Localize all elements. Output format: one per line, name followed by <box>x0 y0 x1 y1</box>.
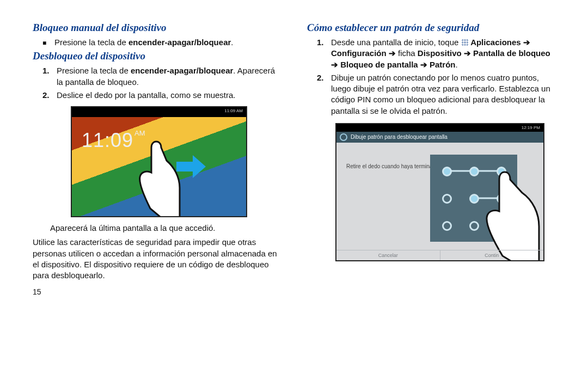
svg-marker-0 <box>176 155 206 178</box>
step-2: 2. Deslice el dedo por la pantalla, como… <box>42 90 281 101</box>
text: . <box>456 60 458 69</box>
pattern-dot <box>442 221 452 231</box>
bullet-marker: ■ <box>42 37 50 48</box>
step-number: 2. <box>42 90 52 101</box>
title-bar-text: Dibuje patrón para desbloquear pantalla <box>351 134 448 140</box>
step-text: Desde una pantalla de inicio, toque Apli… <box>331 37 555 70</box>
button-bar: Cancelar Contin <box>336 250 543 260</box>
clock-time: 11:09 <box>82 129 133 151</box>
text: . <box>231 38 233 47</box>
left-column: Bloqueo manual del dispositivo ■ Presion… <box>33 22 281 296</box>
page-number: 15 <box>33 287 281 296</box>
pattern-dot <box>442 167 452 176</box>
step-text: Dibuje un patrón conectando por lo menos… <box>331 72 555 117</box>
hand-icon <box>483 169 540 261</box>
heading-pattern: Cómo establecer un patrón de seguridad <box>307 22 555 34</box>
step-text: Presione la tecla de encender-apagar/blo… <box>57 65 281 88</box>
text-bold: encender-apagar/bloquear <box>131 66 233 75</box>
cancel-button: Cancelar <box>336 250 440 260</box>
paragraph: Utilice las características de seguridad… <box>33 237 281 281</box>
apps-grid-icon <box>461 39 469 46</box>
text: Presione la tecla de <box>57 66 131 75</box>
hand-icon <box>132 139 181 217</box>
title-bar: Dibuje patrón para desbloquear pantalla <box>336 132 543 143</box>
status-bar: 12:19 PM <box>336 124 543 132</box>
page-columns: Bloqueo manual del dispositivo ■ Presion… <box>33 22 555 296</box>
step-2: 2. Dibuje un patrón conectando por lo me… <box>317 72 555 117</box>
figure-lockscreen: 11:09 AM 11:09AM <box>71 106 247 217</box>
hint-text: Retire el dedo cuando haya terminado <box>346 163 439 169</box>
pattern-dot <box>469 221 479 231</box>
swipe-arrow-icon <box>176 155 206 178</box>
status-bar-time: 11:09 AM <box>224 108 243 113</box>
step-1: 1. Desde una pantalla de inicio, toque A… <box>317 37 555 70</box>
heading-unlock: Desbloqueo del dispositivo <box>33 50 281 62</box>
step-number: 1. <box>42 65 52 88</box>
step-text: Deslice el dedo por la pantalla, como se… <box>57 90 236 101</box>
step-number: 2. <box>317 72 327 117</box>
text: Presione la tecla de <box>54 38 128 47</box>
text: ficha <box>398 48 418 58</box>
clock-ampm: AM <box>134 129 145 137</box>
text-bold: encender-apagar/bloquear <box>128 38 231 47</box>
right-column: Cómo establecer un patrón de seguridad 1… <box>307 22 555 296</box>
gear-icon <box>340 133 347 141</box>
step-number: 1. <box>317 37 327 70</box>
bullet-text: Presione la tecla de encender-apagar/blo… <box>54 37 233 48</box>
text: Desde una pantalla de inicio, toque <box>331 38 461 47</box>
pattern-dot <box>469 194 479 204</box>
paragraph: Aparecerá la última pantalla a la que ac… <box>50 223 281 234</box>
figure-pattern-setup: 12:19 PM Dibuje patrón para desbloquear … <box>335 123 544 261</box>
heading-manual-lock: Bloqueo manual del dispositivo <box>33 22 281 34</box>
continue-button: Contin <box>440 250 544 260</box>
pattern-dot <box>442 194 452 204</box>
pattern-dot <box>469 167 479 176</box>
step-1: 1. Presione la tecla de encender-apagar/… <box>42 65 281 88</box>
status-bar-time: 12:19 PM <box>522 125 540 130</box>
bullet-item: ■ Presione la tecla de encender-apagar/b… <box>42 37 281 48</box>
